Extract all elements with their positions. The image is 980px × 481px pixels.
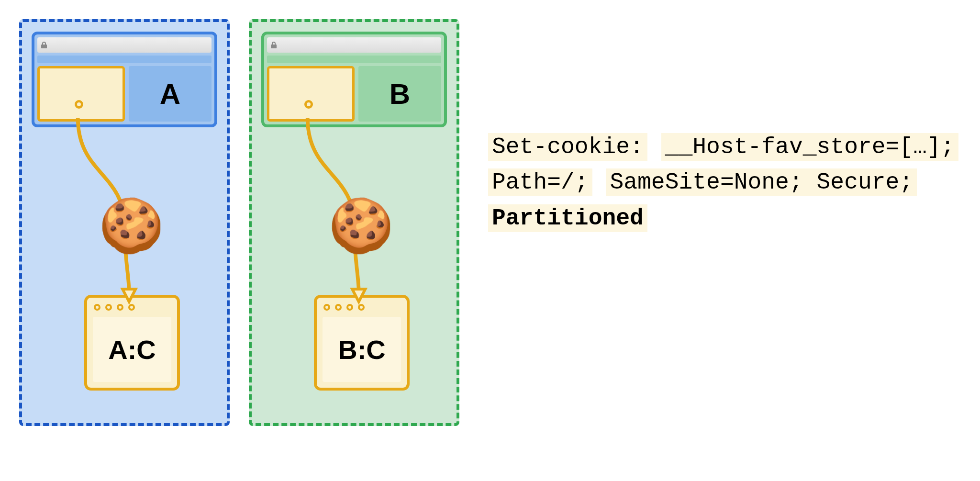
jar-dot [117,304,123,311]
browser-content: B [264,66,444,124]
jar-dot [105,304,112,311]
browser-window-b: B [261,32,447,127]
code-line: Path=/; [488,168,592,196]
jar-dot [358,304,365,311]
jar-label: B:C [323,317,401,382]
cookie-jar-a: A:C [84,295,180,391]
code-line: Set-cookie: [488,133,647,161]
lock-icon [271,42,277,48]
code-line: SameSite=None; Secure; [606,168,917,196]
lock-icon [41,42,47,48]
jar-header [87,298,177,317]
jar-dot [128,304,135,311]
cookie-icon: 🍪 [99,199,164,252]
cookie-jar-b: B:C [314,295,410,391]
cookie-header-code: Set-cookie: __Host-fav_store=[…]; Path=/… [488,129,961,236]
jar-header [317,298,407,317]
embedded-iframe [37,66,125,122]
diagram-row: A 🍪 A:C [19,19,459,426]
jar-dot [335,304,342,311]
code-line: __Host-fav_store=[…]; [661,133,958,161]
iframe-anchor-dot [75,100,83,109]
browser-window-a: A [32,32,217,127]
address-bar [37,37,212,53]
nav-row [37,56,212,63]
site-label: A [129,66,212,122]
address-bar [267,37,441,53]
cookie-icon: 🍪 [328,199,394,252]
partition-a: A 🍪 A:C [19,19,230,426]
jar-dot [346,304,353,311]
jar-label: A:C [93,317,171,382]
embedded-iframe [267,66,355,122]
browser-content: A [34,66,214,124]
jar-dot [323,304,330,311]
code-line: Partitioned [488,204,647,232]
partition-b: B 🍪 B:C [249,19,459,426]
iframe-anchor-dot [304,100,313,109]
site-label: B [358,66,441,122]
jar-dot [94,304,100,311]
nav-row [267,56,441,63]
